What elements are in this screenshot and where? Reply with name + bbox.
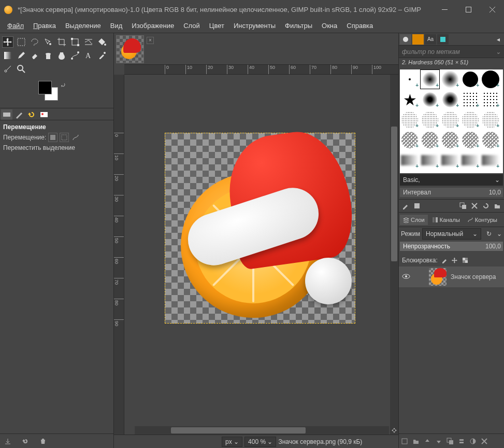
tab-tool-options[interactable] — [1, 109, 12, 120]
brush-preset-select[interactable]: Basic,⌄ — [400, 174, 503, 186]
tab-patterns[interactable] — [412, 34, 424, 45]
close-button[interactable] — [480, 0, 504, 19]
layer-thumbnail[interactable] — [429, 268, 447, 286]
mode-select[interactable]: Нормальный⌄ — [422, 228, 481, 240]
visibility-icon[interactable] — [402, 272, 411, 282]
maximize-button[interactable] — [456, 0, 480, 19]
tool-bucket[interactable] — [96, 36, 108, 48]
menu-view[interactable]: Вид — [106, 20, 127, 32]
tool-move[interactable] — [2, 36, 13, 48]
ruler-horizontal[interactable]: 0102030405060708090100 — [124, 64, 398, 75]
image-tab[interactable]: × — [116, 35, 144, 63]
delete-options-icon[interactable] — [39, 438, 47, 445]
tool-zoom[interactable] — [16, 63, 27, 75]
new-brush-icon[interactable] — [413, 202, 421, 209]
chevron-down-icon[interactable]: ⌄ — [497, 230, 502, 237]
duplicate-layer-icon[interactable] — [447, 438, 454, 445]
tool-smudge[interactable] — [56, 50, 67, 61]
lower-layer-icon[interactable] — [435, 438, 442, 445]
raise-layer-icon[interactable] — [424, 438, 431, 445]
delete-layer-icon[interactable] — [481, 438, 488, 445]
mask-layer-icon[interactable] — [469, 438, 477, 445]
brush-item[interactable]: + — [420, 110, 440, 130]
brush-item[interactable]: + — [400, 150, 420, 170]
menu-select[interactable]: Выделение — [61, 20, 105, 32]
scrollbar-vertical[interactable] — [390, 75, 398, 426]
edit-brush-icon[interactable] — [402, 202, 409, 209]
swap-colors-icon[interactable]: ⤾ — [60, 81, 66, 89]
brush-item[interactable]: + — [460, 150, 480, 170]
brush-grid[interactable]: +++++★++++++++++++++++++++ — [400, 69, 503, 173]
brush-item[interactable]: + — [400, 130, 420, 150]
fg-color[interactable] — [38, 81, 52, 94]
unit-dropdown[interactable]: px ⌄ — [222, 437, 242, 447]
lock-alpha-icon[interactable] — [462, 257, 469, 264]
brush-item[interactable]: + — [440, 90, 460, 109]
restore-options-icon[interactable] — [22, 438, 29, 445]
scrollbar-horizontal[interactable] — [135, 426, 389, 435]
tab-layers[interactable]: Слои — [400, 215, 428, 225]
new-layer-icon[interactable] — [401, 438, 408, 445]
brush-item[interactable]: + — [460, 130, 480, 150]
new-group-icon[interactable] — [412, 438, 420, 445]
brush-item[interactable]: + — [460, 90, 480, 109]
tool-warp[interactable] — [83, 36, 94, 48]
duplicate-brush-icon[interactable] — [459, 202, 467, 209]
zoom-dropdown[interactable]: 400 % ⌄ — [244, 437, 276, 447]
save-options-icon[interactable] — [4, 438, 11, 445]
brush-item[interactable]: + — [481, 90, 500, 109]
menu-layer[interactable]: Слой — [179, 20, 204, 32]
brush-item[interactable]: + — [420, 90, 440, 109]
move-selection-button[interactable] — [60, 133, 69, 142]
tool-crop[interactable] — [56, 36, 67, 48]
menu-image[interactable]: Изображение — [127, 20, 178, 32]
minimize-button[interactable] — [433, 0, 456, 19]
brush-item[interactable]: + — [440, 150, 460, 170]
tool-rect-select[interactable] — [16, 36, 27, 48]
menu-file[interactable]: Файл — [3, 20, 28, 32]
opacity-slider[interactable]: Непрозрачность — [400, 242, 480, 251]
tool-text[interactable]: A — [83, 50, 94, 61]
brush-item[interactable]: + — [481, 150, 500, 170]
tool-eraser[interactable] — [29, 50, 40, 61]
interval-value[interactable]: 10,0 — [482, 188, 503, 197]
tab-fonts[interactable]: Aa — [425, 34, 436, 45]
layer-list[interactable]: Значок сервера — [399, 267, 504, 433]
menu-filters[interactable]: Фильтры — [281, 20, 316, 32]
brush-item[interactable]: ★+ — [400, 90, 420, 109]
lock-position-icon[interactable] — [451, 257, 458, 264]
menu-edit[interactable]: Правка — [29, 20, 60, 32]
ruler-vertical[interactable]: 0102030405060708090 — [114, 75, 124, 435]
move-layer-button[interactable] — [48, 133, 57, 142]
tool-free-select[interactable] — [29, 36, 40, 48]
menu-color[interactable]: Цвет — [205, 20, 228, 32]
canvas[interactable] — [165, 133, 355, 324]
brush-item[interactable]: + — [400, 110, 420, 130]
lock-pixels-icon[interactable] — [441, 257, 448, 264]
brush-item[interactable]: + — [481, 130, 500, 150]
brush-item[interactable]: + — [440, 130, 460, 150]
menu-help[interactable]: Справка — [342, 20, 377, 32]
tool-pencil[interactable] — [16, 50, 27, 61]
brush-item[interactable]: + — [440, 69, 460, 89]
open-brush-icon[interactable] — [494, 202, 501, 209]
navigation-button[interactable] — [390, 426, 398, 435]
layer-name[interactable]: Значок сервера — [451, 273, 496, 281]
menu-windows[interactable]: Окна — [318, 20, 341, 32]
brush-item[interactable]: + — [440, 110, 460, 130]
brush-item[interactable]: + — [460, 110, 480, 130]
merge-layer-icon[interactable] — [458, 438, 465, 445]
brush-item[interactable]: + — [420, 150, 440, 170]
layer-item[interactable]: Значок сервера — [399, 267, 504, 287]
tool-clone[interactable] — [42, 50, 54, 61]
collapse-icon[interactable]: ◂ — [494, 35, 503, 44]
tab-history[interactable] — [437, 34, 449, 45]
tab-channels[interactable]: Каналы — [429, 215, 463, 225]
color-swatches[interactable]: ⤾ — [38, 81, 113, 105]
delete-brush-icon[interactable] — [471, 202, 478, 209]
tab-device[interactable] — [13, 109, 25, 120]
brush-item[interactable]: + — [420, 69, 440, 89]
mode-reset-icon[interactable]: ↻ — [483, 230, 495, 237]
tool-transform[interactable] — [69, 36, 81, 48]
tab-images[interactable] — [38, 109, 50, 120]
